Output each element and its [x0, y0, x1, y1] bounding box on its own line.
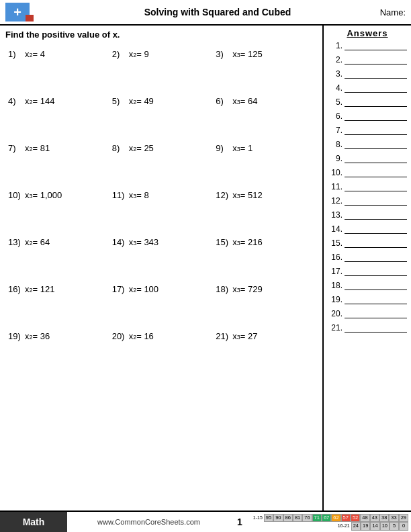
problem-cell: 3) x3 = 125	[213, 44, 317, 91]
answer-blank[interactable]	[345, 97, 407, 107]
answer-blank[interactable]	[345, 168, 407, 177]
problem-cell: 7) x2 = 81	[5, 138, 109, 185]
answer-blank[interactable]	[345, 196, 407, 206]
problem-number: 8)	[112, 143, 127, 153]
equation: x2 = 81	[25, 143, 50, 153]
problem-number: 3)	[216, 49, 230, 59]
equation: x3 = 343	[129, 237, 158, 247]
answer-number: 2.	[328, 55, 342, 64]
problem-cell: 12) x3 = 512	[213, 185, 317, 232]
equation: x3 = 125	[232, 49, 262, 59]
answer-blank[interactable]	[345, 253, 407, 262]
answer-line: 13.	[328, 210, 407, 220]
answer-blank[interactable]	[345, 323, 407, 332]
stat-cell: 29	[399, 514, 408, 523]
answer-line: 11.	[328, 182, 407, 191]
answer-line: 7.	[328, 126, 407, 135]
answer-line: 18.	[328, 281, 407, 290]
problem-text: 8) x2 = 25	[112, 143, 211, 153]
stat-cell: 24	[351, 522, 361, 531]
answer-line: 4.	[328, 83, 407, 93]
problem-text: 21) x3 = 27	[216, 331, 314, 341]
answer-blank[interactable]	[345, 224, 407, 234]
problem-cell: 6) x3 = 64	[213, 91, 317, 138]
answer-line: 3.	[328, 69, 407, 79]
answer-number: 19.	[328, 295, 342, 304]
stat-cell: 10	[380, 522, 390, 531]
answer-line: 9.	[328, 154, 407, 163]
answer-number: 11.	[328, 182, 342, 191]
answer-blank[interactable]	[345, 238, 407, 248]
answer-line: 20.	[328, 309, 407, 318]
problem-text: 3) x3 = 125	[216, 49, 314, 59]
equation: x2 = 9	[129, 49, 149, 59]
equation: x3 = 216	[232, 237, 262, 247]
stat-cell: 62	[331, 514, 340, 523]
problem-text: 15) x3 = 216	[216, 237, 314, 247]
stat-cell: 90	[273, 514, 283, 523]
answer-number: 16.	[328, 253, 342, 262]
equation: x2 = 4	[25, 49, 45, 59]
problem-text: 10) x3 = 1,000	[8, 190, 107, 200]
answer-blank[interactable]	[345, 182, 407, 191]
stat-cell: 33	[389, 514, 398, 523]
problem-text: 5) x2 = 49	[112, 96, 211, 106]
answer-number: 3.	[328, 69, 342, 79]
stat-row-2: 16-212419141050	[336, 522, 408, 531]
footer-math-label: Math	[0, 512, 67, 532]
stat-cell: 86	[283, 514, 293, 523]
answer-blank[interactable]	[345, 41, 407, 50]
problem-text: 19) x2 = 36	[8, 331, 107, 341]
footer-stats: 1-1595908681767167625752484338332916-212…	[249, 514, 411, 531]
answer-number: 1.	[328, 41, 342, 50]
answer-blank[interactable]	[345, 83, 407, 93]
instruction-text: Find the positive value of x.	[5, 30, 317, 40]
problems-area: Find the positive value of x. 1) x2 = 4 …	[0, 26, 324, 511]
equation: x2 = 36	[25, 331, 50, 341]
problem-cell: 9) x3 = 1	[213, 138, 317, 185]
answer-line: 15.	[328, 238, 407, 248]
answer-number: 20.	[328, 309, 342, 318]
equation: x3 = 1	[232, 143, 253, 153]
problem-number: 5)	[112, 96, 127, 106]
stat-cell: 71	[312, 514, 322, 523]
answer-blank[interactable]	[345, 69, 407, 79]
stat-cell: 14	[370, 522, 379, 531]
answer-line: 8.	[328, 140, 407, 149]
answer-blank[interactable]	[345, 55, 407, 64]
problem-text: 9) x3 = 1	[216, 143, 314, 153]
problem-number: 9)	[216, 143, 230, 153]
problem-number: 10)	[8, 190, 23, 200]
answers-list: 1.2.3.4.5.6.7.8.9.10.11.12.13.14.15.16.1…	[328, 41, 407, 332]
equation: x2 = 16	[129, 331, 154, 341]
answer-blank[interactable]	[345, 210, 407, 220]
answer-blank[interactable]	[345, 309, 407, 318]
stat-cell: 43	[370, 514, 379, 523]
stat-cell: 76	[302, 514, 312, 523]
answer-blank[interactable]	[345, 267, 407, 276]
problems-grid: 1) x2 = 4 2) x2 = 9 3) x3 = 125 4) x2 = …	[5, 44, 317, 373]
answer-blank[interactable]	[345, 154, 407, 163]
stat-row-1: 1-15959086817671676257524843383329	[249, 514, 408, 523]
answer-blank[interactable]	[345, 112, 407, 121]
equation: x2 = 144	[25, 96, 54, 106]
answer-blank[interactable]	[345, 140, 407, 149]
answer-blank[interactable]	[345, 281, 407, 290]
problem-cell: 8) x2 = 25	[109, 138, 214, 185]
answer-number: 14.	[328, 224, 342, 234]
problem-cell: 4) x2 = 144	[5, 91, 109, 138]
answer-blank[interactable]	[345, 295, 407, 304]
stat-cell: 5	[390, 522, 399, 531]
problem-number: 7)	[8, 143, 23, 153]
problem-cell: 16) x2 = 121	[5, 279, 109, 326]
answer-number: 21.	[328, 323, 342, 332]
problem-number: 4)	[8, 96, 23, 106]
problem-cell: 21) x3 = 27	[213, 326, 317, 373]
answer-blank[interactable]	[345, 126, 407, 135]
problem-number: 2)	[112, 49, 127, 59]
equation: x2 = 121	[25, 284, 54, 294]
problem-text: 2) x2 = 9	[112, 49, 211, 59]
problem-text: 13) x2 = 64	[8, 237, 107, 247]
problem-cell: 2) x2 = 9	[109, 44, 214, 91]
problem-number: 11)	[112, 190, 127, 200]
